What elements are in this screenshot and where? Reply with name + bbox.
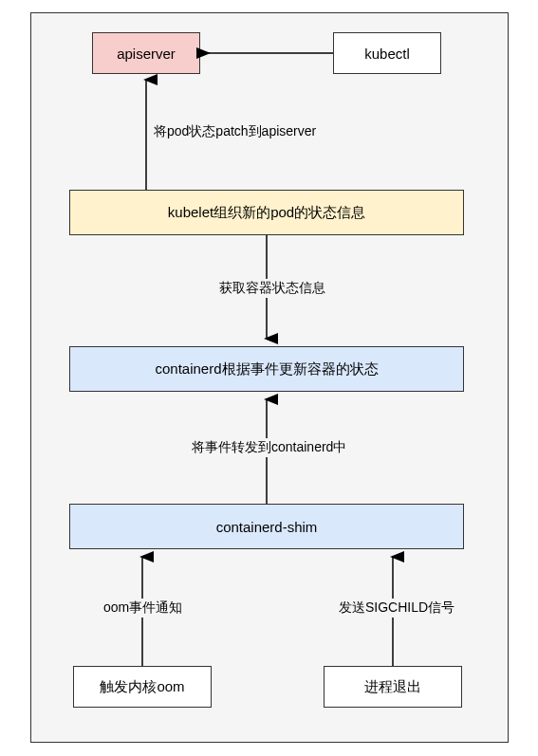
- node-apiserver: apiserver: [92, 32, 200, 74]
- edge-label-patch: 将pod状态patch到apiserver: [150, 122, 320, 141]
- node-kubectl: kubectl: [333, 32, 441, 74]
- node-label: 触发内核oom: [100, 678, 184, 696]
- node-label: kubectl: [364, 46, 410, 62]
- node-label: containerd-shim: [216, 519, 318, 535]
- edge-label-forward: 将事件转发到containerd中: [188, 438, 350, 457]
- node-label: 进程退出: [364, 678, 421, 696]
- node-label: containerd根据事件更新容器的状态: [155, 360, 378, 378]
- node-process-exit: 进程退出: [324, 666, 462, 708]
- diagram-container: apiserver kubectl kubelet组织新的pod的状态信息 将p…: [30, 12, 509, 743]
- arrow-kubectl-apiserver: [200, 47, 333, 66]
- node-kubelet: kubelet组织新的pod的状态信息: [69, 190, 464, 235]
- node-containerd-shim: containerd-shim: [69, 504, 464, 549]
- node-containerd: containerd根据事件更新容器的状态: [69, 346, 464, 392]
- node-oom-trigger: 触发内核oom: [73, 666, 212, 708]
- edge-label-sigchild: 发送SIGCHILD信号: [335, 599, 458, 618]
- edge-label-oom: oom事件通知: [100, 599, 186, 618]
- node-label: kubelet组织新的pod的状态信息: [168, 204, 365, 222]
- node-label: apiserver: [117, 46, 176, 62]
- edge-label-getcontainer: 获取容器状态信息: [215, 279, 329, 298]
